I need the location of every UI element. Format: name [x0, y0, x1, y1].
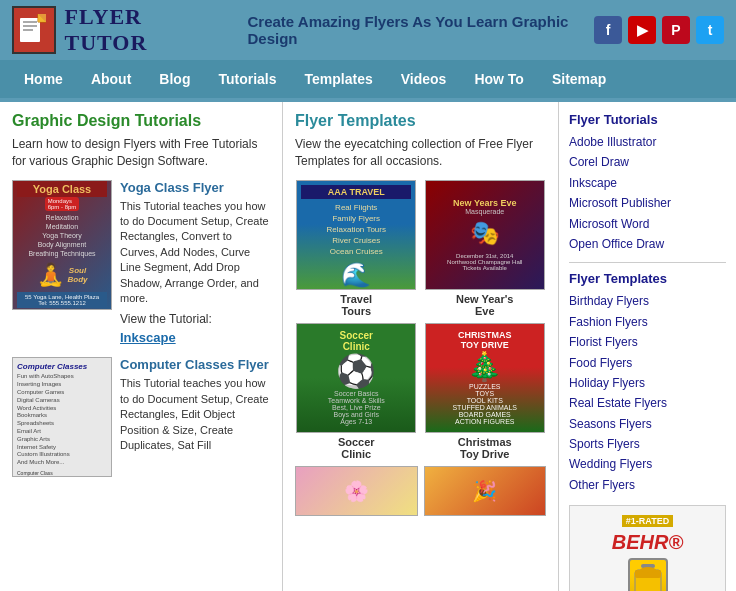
travel-offers: Real FlightsFamily FlyersRelaxation Tour… [327, 202, 386, 258]
xmas-info: PUZZLESTOYSTOOL KITSSTUFFED ANIMALSBOARD… [452, 383, 517, 425]
computer-tutorial-title: Computer Classes Flyer [120, 357, 270, 372]
yoga-tutorial-body: This Tutorial teaches you how to do Docu… [120, 199, 270, 307]
travel-thumb: AAA TRAVEL Real FlightsFamily FlyersRela… [296, 180, 416, 290]
template-nye[interactable]: New Years Eve Masquerade 🎭 December 31st… [424, 180, 547, 317]
ad-paint-can [628, 558, 668, 591]
header: Flyer Tutor Create Amazing Flyers As You… [0, 0, 736, 60]
view-tutorial-label: View the Tutorial: [120, 312, 270, 326]
computer-tutorial-body: This Tutorial teaches you how to do Docu… [120, 376, 270, 453]
yoga-figures: 🧘 Soul Body [37, 262, 88, 288]
nav-how-to[interactable]: How To [460, 63, 538, 95]
link-sports[interactable]: Sports Flyers [569, 434, 726, 454]
soccer-label: SoccerClinic [338, 436, 375, 460]
soccer-info: Soccer BasicsTeamwork & SkillsBest, Live… [328, 390, 385, 425]
comp-body: Fun with AutoShapes Inserting Images Com… [17, 373, 107, 467]
link-other[interactable]: Other Flyers [569, 475, 726, 495]
svg-rect-4 [23, 29, 33, 31]
nye-mask-icon: 🎭 [470, 219, 500, 247]
nye-body: December 31st, 2014 Northwood Champagne … [447, 253, 522, 271]
nav-home[interactable]: Home [10, 63, 77, 95]
flowers-icon: 🌸 [296, 467, 417, 515]
svg-point-11 [640, 567, 656, 573]
xmas-title: CHRISTMASTOY DRIVE [458, 330, 512, 350]
pinterest-icon[interactable]: P [662, 16, 690, 44]
computer-tutorial-info: Computer Classes Flyer This Tutorial tea… [120, 357, 270, 477]
nav-blog[interactable]: Blog [145, 63, 204, 95]
amigos-icon: 🎉 [425, 467, 546, 515]
facebook-icon[interactable]: f [594, 16, 622, 44]
link-birthday[interactable]: Birthday Flyers [569, 291, 726, 311]
link-florist[interactable]: Florist Flyers [569, 332, 726, 352]
yoga-desc: RelaxationMeditationYoga TheoryBody Alig… [28, 213, 95, 258]
link-fashion[interactable]: Fashion Flyers [569, 312, 726, 332]
nye-subtitle: Masquerade [465, 208, 504, 215]
templates-grid: AAA TRAVEL Real FlightsFamily FlyersRela… [295, 180, 546, 460]
nye-label: New Year'sEve [456, 293, 513, 317]
left-heading: Graphic Design Tutorials [12, 112, 270, 130]
template-christmas[interactable]: CHRISTMASTOY DRIVE 🎄 PUZZLESTOYSTOOL KIT… [424, 323, 547, 460]
main-content: Graphic Design Tutorials Learn how to de… [0, 102, 736, 591]
center-heading: Flyer Templates [295, 112, 546, 130]
computer-thumb: Computer Classes Fun with AutoShapes Ins… [12, 357, 112, 477]
templates-heading: Flyer Templates [569, 271, 726, 286]
youtube-icon[interactable]: ▶ [628, 16, 656, 44]
template-travel[interactable]: AAA TRAVEL Real FlightsFamily FlyersRela… [295, 180, 418, 317]
nye-title: New Years Eve [453, 198, 516, 208]
center-desc: View the eyecatching collection of Free … [295, 136, 546, 170]
logo-area: Flyer Tutor [12, 4, 218, 56]
soccer-title: SoccerClinic [340, 330, 373, 352]
site-title: Flyer Tutor [64, 4, 217, 56]
link-word[interactable]: Microsoft Word [569, 214, 726, 234]
svg-rect-2 [23, 21, 37, 23]
comp-footer: Computer ClassName - TimeTel: 555.555.12… [17, 470, 107, 477]
travel-image: 🌊 [341, 261, 371, 289]
comp-title: Computer Classes [17, 362, 107, 371]
svg-rect-7 [38, 14, 46, 22]
ad-box[interactable]: #1-RATED BEHR® #1-RATEDBEHR® PAINT PREMI… [569, 505, 726, 591]
right-column: Flyer Tutorials Adobe Illustrator Corel … [559, 102, 736, 591]
social-icons: f ▶ P t [594, 16, 724, 44]
nav-bar: Home About Blog Tutorials Templates Vide… [0, 60, 736, 98]
template-soccer[interactable]: SoccerClinic ⚽ Soccer BasicsTeamwork & S… [295, 323, 418, 460]
travel-label: TravelTours [340, 293, 372, 317]
mondays-badge: Mondays6pm - 8pm [45, 197, 80, 211]
soccer-thumb: SoccerClinic ⚽ Soccer BasicsTeamwork & S… [296, 323, 416, 433]
left-column: Graphic Design Tutorials Learn how to de… [0, 102, 283, 591]
link-seasons[interactable]: Seasons Flyers [569, 414, 726, 434]
link-openoffice[interactable]: Open Office Draw [569, 234, 726, 254]
left-desc: Learn how to design Flyers with Free Tut… [12, 136, 270, 170]
logo-icon [12, 6, 56, 54]
tutorial-card-yoga: Yoga Class Mondays6pm - 8pm RelaxationMe… [12, 180, 270, 346]
link-publisher[interactable]: Microsoft Publisher [569, 193, 726, 213]
right-divider [569, 262, 726, 263]
nav-videos[interactable]: Videos [387, 63, 461, 95]
christmas-thumb: CHRISTMASTOY DRIVE 🎄 PUZZLESTOYSTOOL KIT… [425, 323, 545, 433]
flowers-thumb[interactable]: 🌸 [295, 466, 418, 516]
bottom-templates: 🌸 🎉 [295, 466, 546, 516]
link-holiday[interactable]: Holiday Flyers [569, 373, 726, 393]
nav-tutorials[interactable]: Tutorials [204, 63, 290, 95]
nav-about[interactable]: About [77, 63, 145, 95]
link-food[interactable]: Food Flyers [569, 353, 726, 373]
link-realestate[interactable]: Real Estate Flyers [569, 393, 726, 413]
link-inkscape[interactable]: Inkscape [569, 173, 726, 193]
tutorial-card-computer: Computer Classes Fun with AutoShapes Ins… [12, 357, 270, 477]
nye-thumb: New Years Eve Masquerade 🎭 December 31st… [425, 180, 545, 290]
link-illustrator[interactable]: Adobe Illustrator [569, 132, 726, 152]
christmas-label: ChristmasToy Drive [458, 436, 512, 460]
ad-brand: BEHR® [576, 531, 719, 554]
yoga-tutorial-info: Yoga Class Flyer This Tutorial teaches y… [120, 180, 270, 346]
twitter-icon[interactable]: t [696, 16, 724, 44]
link-wedding[interactable]: Wedding Flyers [569, 454, 726, 474]
inkscape-link[interactable]: Inkscape [120, 330, 176, 345]
amigos-thumb[interactable]: 🎉 [424, 466, 547, 516]
yoga-tutorial-title: Yoga Class Flyer [120, 180, 270, 195]
yoga-thumb: Yoga Class Mondays6pm - 8pm RelaxationMe… [12, 180, 112, 310]
nav-templates[interactable]: Templates [291, 63, 387, 95]
travel-footer: Call now to start planning! [301, 289, 411, 290]
header-tagline: Create Amazing Flyers As You Learn Graph… [248, 13, 595, 47]
yoga-class-label: Yoga Class [17, 181, 107, 197]
soccer-icon: ⚽ [336, 352, 376, 390]
nav-sitemap[interactable]: Sitemap [538, 63, 620, 95]
link-coreldraw[interactable]: Corel Draw [569, 152, 726, 172]
